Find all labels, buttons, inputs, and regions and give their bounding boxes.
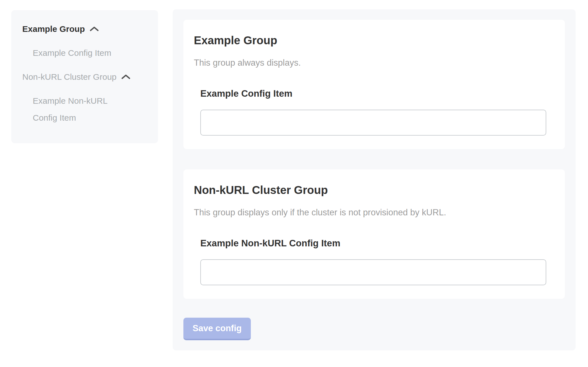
config-item-label: Example Config Item bbox=[200, 88, 546, 100]
sidebar-group-label: Non-kURL Cluster Group bbox=[22, 68, 117, 85]
sidebar-item-example-non-kurl-config-item[interactable]: Example Non-kURL Config Item bbox=[33, 92, 126, 126]
config-item-input-example-non-kurl-config-item[interactable] bbox=[200, 259, 546, 285]
config-item: Example Config Item bbox=[200, 88, 546, 136]
chevron-up-icon[interactable] bbox=[121, 74, 131, 80]
config-group-card-non-kurl-cluster-group: Non-kURL Cluster Group This group displa… bbox=[183, 169, 565, 299]
group-description: This group displays only if the cluster … bbox=[194, 207, 546, 218]
config-page: Example Group Example Config Item Non-kU… bbox=[0, 0, 588, 350]
config-item-label: Example Non-kURL Config Item bbox=[200, 237, 546, 249]
nav-group-example-group: Example Group Example Config Item bbox=[22, 21, 150, 61]
group-description: This group always displays. bbox=[194, 57, 546, 68]
chevron-up-icon[interactable] bbox=[89, 26, 99, 32]
config-item-input-example-config-item[interactable] bbox=[200, 110, 546, 136]
config-nav-sidebar: Example Group Example Config Item Non-kU… bbox=[11, 10, 158, 143]
group-title: Example Group bbox=[194, 33, 546, 48]
sidebar-group-non-kurl-cluster-group[interactable]: Non-kURL Cluster Group bbox=[22, 68, 150, 85]
sidebar-group-example-group[interactable]: Example Group bbox=[22, 21, 150, 37]
config-group-card-example-group: Example Group This group always displays… bbox=[183, 20, 565, 149]
sidebar-item-example-config-item[interactable]: Example Config Item bbox=[33, 45, 126, 61]
config-item: Example Non-kURL Config Item bbox=[200, 237, 546, 285]
config-content: Example Group This group always displays… bbox=[173, 9, 576, 350]
group-title: Non-kURL Cluster Group bbox=[194, 182, 546, 198]
sidebar-group-label: Example Group bbox=[22, 21, 85, 37]
nav-group-non-kurl-cluster-group: Non-kURL Cluster Group Example Non-kURL … bbox=[22, 68, 150, 126]
save-config-button[interactable]: Save config bbox=[183, 318, 251, 340]
